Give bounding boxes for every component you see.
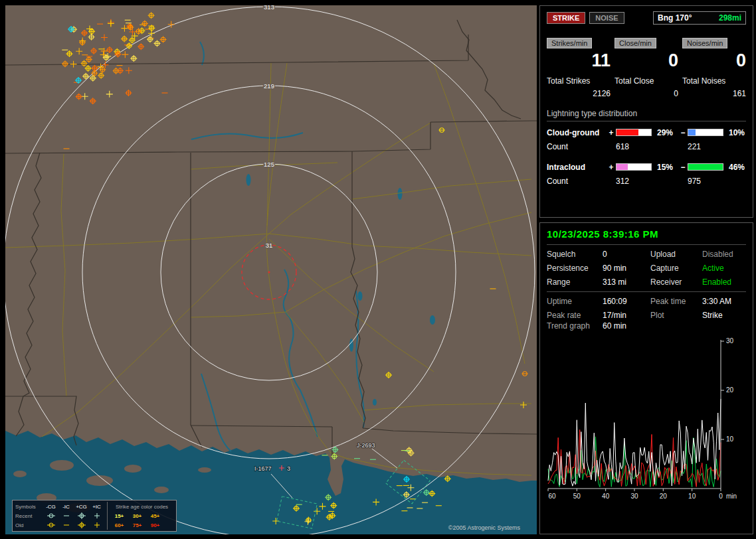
legend-symbols-title: Symbols (15, 504, 43, 510)
ic-minus-bar (688, 163, 723, 171)
trend-series (548, 399, 721, 486)
total-close-value: 0 (614, 89, 678, 98)
capture-label: Capture (650, 264, 702, 273)
datetime-display: 10/23/2025 8:39:16 PM (547, 228, 746, 240)
strikes-counter-column: Strikes/min 11 Total Strikes 2126 (547, 38, 611, 98)
total-close-label: Total Close (614, 76, 678, 86)
ic-plus-bar (616, 163, 652, 171)
plus-sign: + (607, 163, 616, 172)
intracloud-label: Intracloud (547, 163, 607, 172)
minus-sign: − (678, 128, 688, 137)
ic-minus-bar-fill (688, 164, 723, 170)
upload-label: Upload (650, 250, 702, 259)
legend-old-label: Old (15, 522, 43, 528)
close-per-min-chip[interactable]: Close/min (614, 38, 656, 48)
trend-x-tick: 10 (688, 493, 696, 500)
bearing-display: Bng 170° 298mi (653, 11, 746, 25)
distribution-table: Cloud-ground + 29% − 10% Count 618 221 I… (547, 128, 746, 186)
noise-indicator-button[interactable]: NOISE (589, 12, 624, 24)
status-panel: STRIKE NOISE Bng 170° 298mi Strikes/min … (539, 5, 753, 534)
trend-x-unit: min (726, 493, 737, 500)
ic-plus-pct: 15% (654, 163, 678, 172)
legend-recent-label: Recent (15, 513, 43, 519)
total-noises-value: 161 (682, 89, 746, 98)
ic-minus-count: 975 (688, 177, 726, 186)
separator (547, 244, 746, 245)
plus-sign: + (607, 128, 616, 137)
separator (547, 291, 746, 292)
age-code: 15+ (110, 513, 128, 519)
trend-x-tick: 50 (573, 493, 581, 500)
persistence-label: Persistence (547, 264, 603, 273)
circle-plus-icon (74, 512, 89, 519)
trend-graph-row: Trend graph 60 min (547, 321, 746, 331)
peak-time-label: Peak time (650, 297, 702, 306)
storm-cell-label: I-1677 (254, 465, 272, 472)
upload-status: Disabled (702, 250, 746, 259)
receiver-status: Enabled (702, 277, 746, 287)
minus-sign: − (678, 163, 688, 172)
plot-value: Strike (702, 311, 746, 320)
total-noises-label: Total Noises (682, 76, 746, 86)
settings-grid: Squelch 0 Upload Disabled Persistence 90… (547, 250, 746, 287)
cg-minus-pct: 10% (726, 128, 746, 137)
plus-icon (89, 522, 104, 528)
lightning-map[interactable]: J-2693 I-1677 3 313 219 125 31 Symbols -… (5, 5, 537, 534)
copyright-notice: ©2005 Astrogenic Systems (448, 524, 520, 531)
close-per-min-value: 0 (614, 51, 678, 71)
cg-plus-bar (616, 129, 652, 136)
legend-col-pos-cg: +CG (74, 504, 89, 510)
trend-y-tick: 30 (726, 337, 734, 345)
storm-cell-suffix: 3 (287, 465, 290, 472)
trend-x-tick: 20 (660, 493, 668, 500)
circle-minus-icon (43, 522, 58, 528)
range-value: 313 mi (603, 277, 650, 287)
count-label: Count (547, 142, 607, 151)
age-code: 30+ (128, 513, 146, 519)
trend-graph-window: 60 min (603, 321, 746, 331)
cg-minus-bar (688, 129, 723, 136)
plus-icon (89, 512, 104, 519)
distribution-title: Lightning type distribution (547, 109, 746, 121)
legend-col-neg-ic: -IC (58, 504, 74, 510)
cg-minus-count: 221 (688, 142, 726, 151)
capture-status: Active (702, 264, 746, 273)
cg-plus-count: 618 (616, 142, 654, 151)
peak-rate-label: Peak rate (547, 311, 603, 320)
cloud-ground-label: Cloud-ground (547, 128, 607, 137)
uptime-value: 160:09 (603, 297, 650, 306)
plot-label: Plot (650, 311, 702, 320)
rate-counters: Strikes/min 11 Total Strikes 2126 Close/… (547, 38, 746, 98)
noises-per-min-chip[interactable]: Noises/min (682, 38, 727, 48)
trend-x-tick: 0 (719, 493, 723, 500)
strikes-per-min-chip[interactable]: Strikes/min (547, 38, 592, 48)
strikes-per-min-value: 11 (547, 51, 611, 71)
age-code: 75+ (128, 522, 146, 528)
age-code: 60+ (110, 522, 128, 528)
distance-value: 298mi (719, 13, 741, 23)
legend-divider (107, 511, 108, 520)
ring-label-31: 31 (266, 242, 273, 249)
ring-label-125: 125 (264, 161, 274, 168)
uptime-label: Uptime (547, 297, 603, 306)
noises-counter-column: Noises/min 0 Total Noises 161 (682, 38, 746, 98)
trend-x-tick: 30 (630, 493, 638, 500)
status-box: 10/23/2025 8:39:16 PM Squelch 0 Upload D… (539, 222, 753, 534)
sensor-location-dot (268, 271, 270, 273)
circle-minus-icon (43, 512, 58, 519)
strike-indicator-button[interactable]: STRIKE (547, 12, 585, 24)
peak-rate-value: 17/min (603, 311, 650, 320)
noises-per-min-value: 0 (682, 51, 746, 71)
ic-plus-bar-fill (616, 164, 628, 170)
legend-divider (107, 502, 108, 511)
minus-icon (58, 512, 74, 519)
ring-label-313: 313 (264, 5, 274, 11)
persistence-value: 90 min (603, 264, 650, 273)
storm-cell-label: J-2693 (357, 442, 375, 449)
cg-plus-pct: 29% (654, 128, 678, 137)
squelch-value: 0 (603, 250, 650, 259)
counters-box: STRIKE NOISE Bng 170° 298mi Strikes/min … (539, 5, 753, 218)
total-strikes-value: 2126 (547, 89, 611, 98)
squelch-label: Squelch (547, 250, 603, 259)
circle-plus-icon (74, 522, 89, 528)
